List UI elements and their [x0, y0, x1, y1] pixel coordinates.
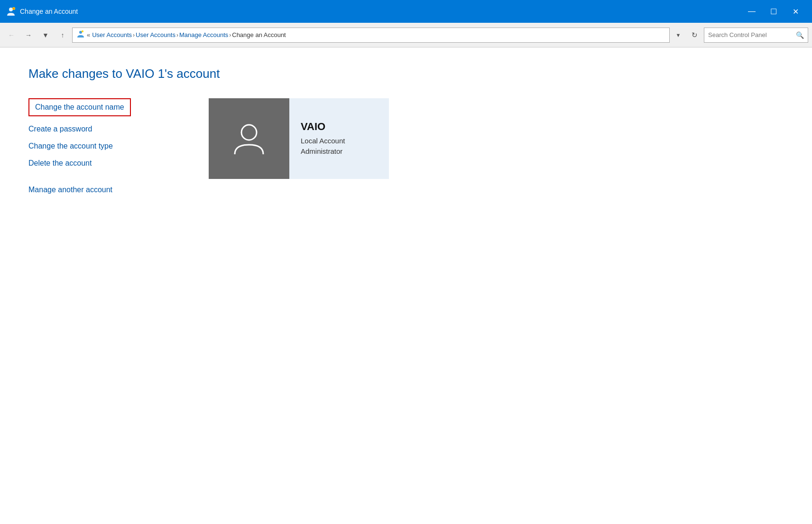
- search-button[interactable]: 🔍: [796, 31, 804, 39]
- dropdown-history-button[interactable]: ▼: [38, 28, 53, 43]
- link-separator: [28, 176, 180, 186]
- svg-point-4: [82, 30, 83, 32]
- account-card: VAIO Local Account Administrator: [209, 98, 389, 179]
- link-change-account-name[interactable]: Change the account name: [28, 98, 131, 116]
- breadcrumb-current: Change an Account: [232, 31, 286, 38]
- up-button[interactable]: ↑: [55, 28, 70, 43]
- svg-point-2: [13, 8, 15, 9]
- svg-point-0: [9, 8, 13, 11]
- breadcrumb-arrow-1: ›: [133, 32, 135, 38]
- address-dropdown-button[interactable]: ▼: [672, 28, 685, 43]
- links-section: Change the account name Create a passwor…: [28, 98, 180, 203]
- address-bar: ← → ▼ ↑ « User Accounts › User Accounts …: [0, 23, 812, 47]
- minimize-button[interactable]: —: [741, 0, 763, 23]
- title-bar: Change an Account — ☐ ✕: [0, 0, 812, 23]
- link-delete-account[interactable]: Delete the account: [28, 159, 180, 168]
- account-name: VAIO: [301, 121, 345, 133]
- link-create-password[interactable]: Create a password: [28, 125, 180, 133]
- search-input[interactable]: [708, 31, 796, 38]
- title-bar-app-icon: [6, 6, 16, 17]
- breadcrumb-bar: « User Accounts › User Accounts › Manage…: [72, 28, 670, 43]
- account-type-line1: Local Account: [301, 136, 345, 147]
- link-change-account-type[interactable]: Change the account type: [28, 142, 180, 150]
- account-avatar: [209, 98, 289, 179]
- refresh-button[interactable]: ↻: [687, 28, 702, 43]
- main-content: Make changes to VAIO 1's account Change …: [0, 47, 812, 524]
- breadcrumb-separator-0: «: [87, 31, 90, 38]
- link-manage-another-account[interactable]: Manage another account: [28, 186, 180, 194]
- svg-point-5: [241, 125, 257, 140]
- back-button[interactable]: ←: [4, 28, 19, 43]
- account-info: VAIO Local Account Administrator: [289, 111, 356, 167]
- breadcrumb-user-accounts-1[interactable]: User Accounts: [92, 31, 132, 38]
- close-button[interactable]: ✕: [784, 0, 806, 23]
- breadcrumb-icon: [76, 30, 85, 40]
- title-bar-title: Change an Account: [20, 8, 78, 15]
- breadcrumb-manage-accounts[interactable]: Manage Accounts: [179, 31, 228, 38]
- breadcrumb-user-accounts-2[interactable]: User Accounts: [136, 31, 175, 38]
- content-layout: Change the account name Create a passwor…: [28, 98, 784, 203]
- search-box: 🔍: [704, 28, 808, 43]
- title-bar-left: Change an Account: [6, 6, 78, 17]
- title-bar-controls: — ☐ ✕: [741, 0, 806, 23]
- avatar-icon: [228, 117, 270, 160]
- page-heading: Make changes to VAIO 1's account: [28, 66, 784, 81]
- account-type-line2: Administrator: [301, 146, 345, 157]
- breadcrumb-arrow-2: ›: [176, 32, 178, 38]
- maximize-button[interactable]: ☐: [763, 0, 784, 23]
- forward-button[interactable]: →: [21, 28, 36, 43]
- breadcrumb-arrow-3: ›: [229, 32, 231, 38]
